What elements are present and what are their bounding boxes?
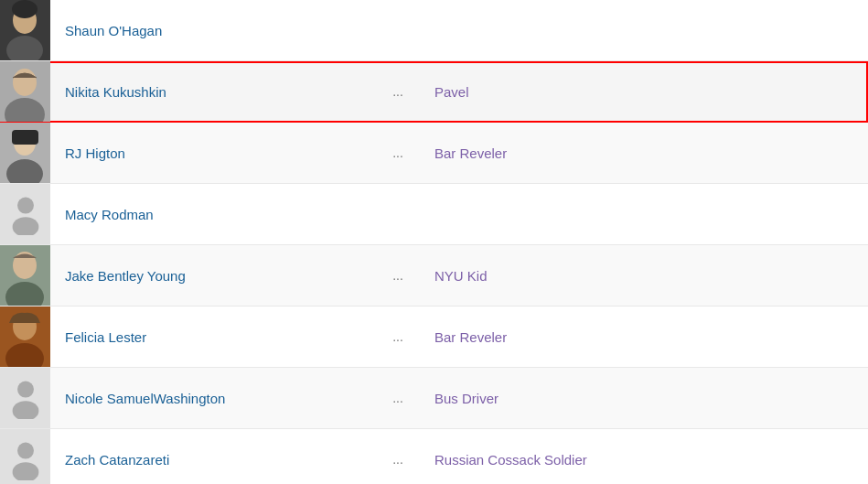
more-options-rj[interactable]: ... <box>370 145 425 160</box>
role-rj: Bar Reveler <box>425 145 868 161</box>
svg-point-20 <box>12 401 38 419</box>
svg-point-11 <box>17 197 34 213</box>
role-nicole: Bus Driver <box>425 391 868 406</box>
avatar-zach <box>0 429 50 484</box>
role-jake: NYU Kid <box>425 268 868 284</box>
avatar-nikita <box>0 61 50 122</box>
svg-rect-10 <box>12 130 38 145</box>
role-nikita: Pavel <box>425 84 868 100</box>
avatar-nicole <box>0 368 50 428</box>
more-options-nicole[interactable]: ... <box>370 391 425 405</box>
actor-name-macy[interactable]: Macy Rodman <box>50 207 370 222</box>
list-row-nicole[interactable]: Nicole SamuelWashington...Bus Driver <box>0 368 868 429</box>
role-zach: Russian Cossack Soldier <box>425 452 868 468</box>
list-row-macy[interactable]: Macy Rodman <box>0 184 868 245</box>
more-options-zach[interactable]: ... <box>370 452 425 467</box>
list-row-rj[interactable]: RJ Higton...Bar Reveler <box>0 123 868 184</box>
list-row-shaun[interactable]: Shaun O'Hagan <box>0 0 868 61</box>
more-options-nikita[interactable]: ... <box>370 84 425 99</box>
avatar-felicia <box>0 307 50 367</box>
list-row-zach[interactable]: Zach Catanzareti...Russian Cossack Soldi… <box>0 429 868 484</box>
more-options-jake[interactable]: ... <box>370 268 425 283</box>
svg-point-12 <box>12 217 38 235</box>
more-options-felicia[interactable]: ... <box>370 329 425 344</box>
role-felicia: Bar Reveler <box>425 329 868 345</box>
svg-point-22 <box>12 462 38 480</box>
avatar-jake <box>0 245 50 306</box>
avatar-shaun <box>0 0 50 60</box>
actor-name-jake[interactable]: Jake Bentley Young <box>50 268 370 284</box>
actor-name-nicole[interactable]: Nicole SamuelWashington <box>50 391 370 406</box>
list-row-nikita[interactable]: Nikita Kukushkin...Pavel <box>0 61 868 123</box>
svg-point-19 <box>17 381 34 397</box>
actor-name-shaun[interactable]: Shaun O'Hagan <box>50 23 370 38</box>
list-row-felicia[interactable]: Felicia Lester...Bar Reveler <box>0 307 868 368</box>
avatar-macy <box>0 184 50 244</box>
svg-point-3 <box>12 0 38 18</box>
actor-name-rj[interactable]: RJ Higton <box>50 145 370 161</box>
actor-name-felicia[interactable]: Felicia Lester <box>50 329 370 345</box>
actor-name-nikita[interactable]: Nikita Kukushkin <box>50 84 370 100</box>
list-row-jake[interactable]: Jake Bentley Young...NYU Kid <box>0 245 868 307</box>
cast-list: Shaun O'Hagan Nikita Kukushkin...Pavel R… <box>0 0 868 484</box>
avatar-rj <box>0 123 50 183</box>
svg-point-21 <box>17 442 34 458</box>
actor-name-zach[interactable]: Zach Catanzareti <box>50 452 370 468</box>
